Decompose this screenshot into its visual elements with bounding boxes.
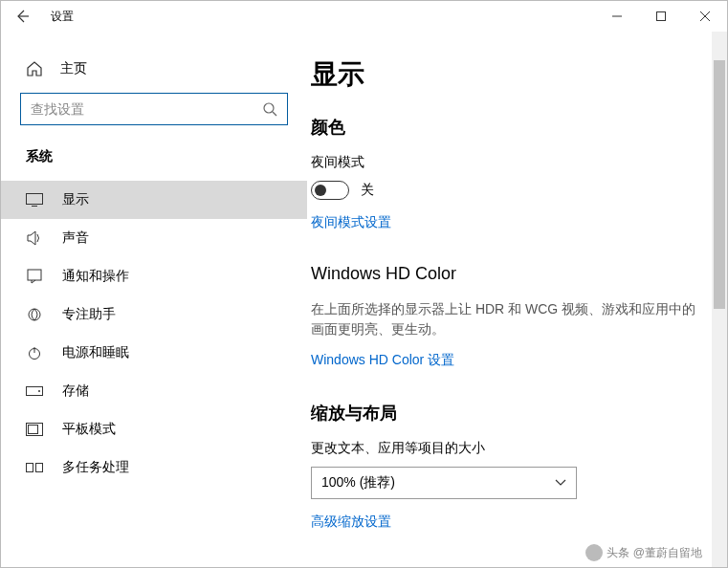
scale-dropdown[interactable]: 100% (推荐) (311, 467, 577, 499)
sidebar: 主页 系统 显示 声音 通知和操作 专注助手 (1, 32, 307, 567)
storage-icon (26, 386, 43, 396)
scrollbar-thumb[interactable] (714, 60, 725, 309)
home-icon (26, 60, 43, 77)
sidebar-item-notifications[interactable]: 通知和操作 (1, 257, 307, 295)
sidebar-item-storage[interactable]: 存储 (1, 372, 307, 410)
maximize-button[interactable] (639, 1, 683, 32)
tablet-icon (26, 423, 43, 436)
minimize-icon (612, 11, 622, 21)
watermark-avatar-icon (585, 544, 603, 561)
night-mode-state: 关 (361, 182, 374, 199)
night-mode-label: 夜间模式 (311, 154, 700, 171)
watermark: 头条 @董蔚自留地 (582, 542, 706, 563)
close-button[interactable] (683, 1, 727, 32)
home-label: 主页 (60, 60, 87, 77)
display-icon (26, 193, 43, 207)
window-title: 设置 (51, 9, 74, 25)
page-title: 显示 (311, 56, 700, 93)
window-controls (595, 1, 727, 32)
sidebar-item-sound[interactable]: 声音 (1, 219, 307, 257)
main-panel: 显示 颜色 夜间模式 关 夜间模式设置 Windows HD Color 在上面… (307, 32, 727, 567)
sidebar-item-tablet[interactable]: 平板模式 (1, 410, 307, 448)
sidebar-item-label: 通知和操作 (62, 268, 129, 285)
scale-label: 更改文本、应用等项目的大小 (311, 440, 700, 457)
minimize-button[interactable] (595, 1, 639, 32)
sidebar-item-multitask[interactable]: 多任务处理 (1, 448, 307, 487)
power-icon (26, 345, 43, 360)
svg-rect-10 (27, 464, 33, 472)
svg-rect-0 (657, 12, 666, 21)
titlebar-left: 设置 (1, 1, 74, 32)
sidebar-item-label: 存储 (62, 382, 89, 400)
color-section-title: 颜色 (311, 116, 700, 139)
search-input[interactable] (31, 101, 262, 117)
sound-icon (26, 230, 43, 246)
scale-section-title: 缩放与布局 (311, 402, 700, 425)
notification-icon (26, 269, 43, 284)
sidebar-item-label: 平板模式 (62, 421, 116, 438)
sidebar-item-label: 电源和睡眠 (62, 344, 129, 361)
svg-rect-9 (29, 426, 38, 434)
hd-color-title: Windows HD Color (311, 264, 700, 284)
search-wrap (1, 93, 307, 142)
toggle-knob (315, 185, 326, 196)
sidebar-item-power[interactable]: 电源和睡眠 (1, 334, 307, 372)
maximize-icon (656, 11, 666, 21)
night-mode-settings-link[interactable]: 夜间模式设置 (311, 214, 391, 231)
svg-point-7 (38, 390, 40, 392)
sidebar-home[interactable]: 主页 (1, 51, 307, 93)
svg-rect-11 (36, 464, 43, 472)
sidebar-item-label: 多任务处理 (62, 459, 129, 476)
night-mode-toggle[interactable] (311, 181, 349, 200)
sidebar-item-label: 专注助手 (62, 306, 116, 323)
sidebar-item-label: 声音 (62, 229, 89, 247)
hd-color-desc: 在上面所选择的显示器上让 HDR 和 WCG 视频、游戏和应用中的画面更明亮、更… (311, 299, 700, 339)
content: 主页 系统 显示 声音 通知和操作 专注助手 (1, 32, 727, 567)
search-box[interactable] (20, 93, 288, 125)
hd-color-settings-link[interactable]: Windows HD Color 设置 (311, 352, 454, 369)
svg-rect-2 (27, 194, 43, 205)
close-icon (700, 11, 710, 21)
watermark-text: 头条 @董蔚自留地 (607, 545, 702, 561)
sidebar-section-label: 系统 (1, 142, 307, 181)
chevron-down-icon (555, 479, 566, 487)
back-button[interactable] (1, 1, 43, 32)
nav-list: 显示 声音 通知和操作 专注助手 电源和睡眠 存储 (1, 181, 307, 487)
advanced-scale-link[interactable]: 高级缩放设置 (311, 513, 391, 531)
svg-point-1 (264, 103, 274, 113)
search-icon (262, 101, 277, 117)
scale-dropdown-value: 100% (推荐) (321, 474, 395, 492)
sidebar-item-display[interactable]: 显示 (1, 181, 307, 219)
svg-rect-3 (28, 270, 41, 280)
multitask-icon (26, 463, 43, 472)
focus-icon (26, 307, 43, 322)
svg-point-4 (29, 309, 40, 320)
scrollbar[interactable] (712, 32, 727, 567)
sidebar-item-label: 显示 (62, 191, 89, 208)
sidebar-item-focus[interactable]: 专注助手 (1, 295, 307, 334)
back-arrow-icon (14, 9, 30, 24)
night-mode-row: 关 (311, 181, 700, 200)
titlebar: 设置 (1, 1, 727, 32)
